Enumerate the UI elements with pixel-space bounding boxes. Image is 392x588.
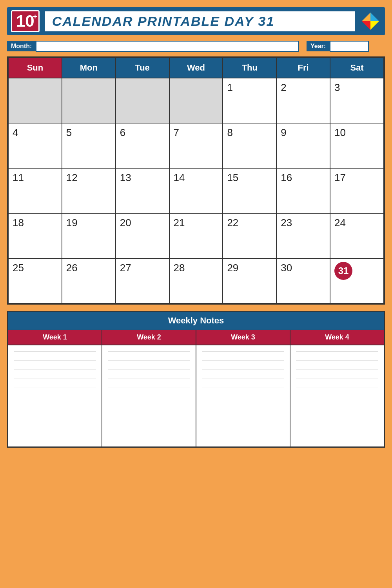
calendar-table: Sun Mon Tue Wed Thu Fri Sat 123456789101… (8, 57, 384, 304)
calendar-header-row: Sun Mon Tue Wed Thu Fri Sat (8, 58, 384, 78)
header-mon: Mon (62, 58, 116, 78)
calendar-cell: 8 (223, 123, 276, 168)
calendar-cell: 27 (116, 258, 169, 303)
calendar-cell: 14 (169, 168, 223, 213)
note-line (296, 388, 378, 388)
calendar-cell (169, 78, 223, 123)
brand-icon (360, 11, 381, 32)
calendar-cell: 20 (116, 213, 169, 258)
calendar-cell (62, 78, 116, 123)
header-thu: Thu (223, 58, 276, 78)
calendar-cell (116, 78, 169, 123)
note-line (108, 361, 190, 361)
calendar-row: 18192021222324 (8, 213, 384, 258)
notes-col-2 (102, 345, 196, 447)
calendar-cell: 16 (276, 168, 330, 213)
notes-col-1 (8, 345, 102, 447)
month-label: Month: (7, 41, 36, 51)
meta-row: Month: Year: (7, 41, 385, 52)
calendar-cell: 26 (62, 258, 116, 303)
note-line (14, 370, 96, 370)
calendar-cell: 25 (8, 258, 62, 303)
header-tue: Tue (116, 58, 169, 78)
note-line (14, 379, 96, 379)
calendar-cell: 18 (8, 213, 62, 258)
calendar-row: 45678910 (8, 123, 384, 168)
calendar-cell: 15 (223, 168, 276, 213)
calendar-cell: 9 (276, 123, 330, 168)
calendar-cell: 30 (276, 258, 330, 303)
svg-marker-1 (362, 13, 370, 21)
calendar-cell: 24 (330, 213, 384, 258)
week1-label: Week 1 (8, 330, 102, 345)
year-input[interactable] (330, 41, 369, 52)
svg-marker-2 (362, 21, 370, 30)
logo-number: 10 (16, 13, 34, 29)
logo-plus: + (33, 13, 37, 20)
weekly-notes-title: Weekly Notes (8, 312, 384, 330)
note-line (108, 352, 190, 352)
note-line (296, 361, 378, 361)
calendar-row: 25262728293031 (8, 258, 384, 303)
svg-marker-0 (370, 13, 379, 21)
header-sat: Sat (330, 58, 384, 78)
note-line (296, 370, 378, 370)
calendar-cell: 12 (62, 168, 116, 213)
note-line (108, 388, 190, 388)
calendar-row: 11121314151617 (8, 168, 384, 213)
month-group: Month: (7, 41, 299, 52)
calendar-cell: 19 (62, 213, 116, 258)
note-line (296, 352, 378, 352)
calendar-cell: 11 (8, 168, 62, 213)
calendar-cell: 7 (169, 123, 223, 168)
page-title: CALENDAR PRINTABLE DAY 31 (45, 11, 355, 31)
year-group: Year: (307, 41, 385, 52)
note-line (202, 379, 284, 379)
svg-marker-3 (370, 21, 379, 30)
calendar-cell (8, 78, 62, 123)
note-line (14, 361, 96, 361)
calendar-cell: 1 (223, 78, 276, 123)
week2-label: Week 2 (102, 330, 196, 345)
calendar-cell: 13 (116, 168, 169, 213)
calendar-cell: 28 (169, 258, 223, 303)
week3-label: Week 3 (196, 330, 290, 345)
calendar-cell: 2 (276, 78, 330, 123)
week-labels-row: Week 1 Week 2 Week 3 Week 4 (8, 330, 384, 345)
calendar-cell: 31 (330, 258, 384, 303)
year-label: Year: (307, 41, 330, 51)
week4-label: Week 4 (290, 330, 384, 345)
calendar-row: 123 (8, 78, 384, 123)
note-line (202, 352, 284, 352)
note-line (202, 388, 284, 388)
calendar-cell: 17 (330, 168, 384, 213)
calendar-wrapper: Sun Mon Tue Wed Thu Fri Sat 123456789101… (7, 56, 385, 305)
calendar-cell: 4 (8, 123, 62, 168)
calendar-cell: 6 (116, 123, 169, 168)
calendar-cell: 10 (330, 123, 384, 168)
notes-content (8, 345, 384, 447)
weekly-notes-section: Weekly Notes Week 1 Week 2 Week 3 Week 4 (7, 311, 385, 448)
logo-box: 10 + (11, 10, 40, 32)
notes-col-3 (196, 345, 290, 447)
header-fri: Fri (276, 58, 330, 78)
calendar-cell: 29 (223, 258, 276, 303)
note-line (108, 370, 190, 370)
page-header: 10 + CALENDAR PRINTABLE DAY 31 (7, 7, 385, 35)
note-line (108, 379, 190, 379)
header-wed: Wed (169, 58, 223, 78)
note-line (14, 388, 96, 388)
highlighted-day: 31 (334, 262, 352, 280)
note-line (202, 370, 284, 370)
note-line (14, 352, 96, 352)
note-line (202, 361, 284, 361)
month-input[interactable] (36, 41, 299, 52)
note-line (296, 379, 378, 379)
calendar-cell: 22 (223, 213, 276, 258)
calendar-cell: 21 (169, 213, 223, 258)
calendar-cell: 3 (330, 78, 384, 123)
calendar-cell: 5 (62, 123, 116, 168)
calendar-cell: 23 (276, 213, 330, 258)
notes-col-4 (290, 345, 384, 447)
header-sun: Sun (8, 58, 62, 78)
